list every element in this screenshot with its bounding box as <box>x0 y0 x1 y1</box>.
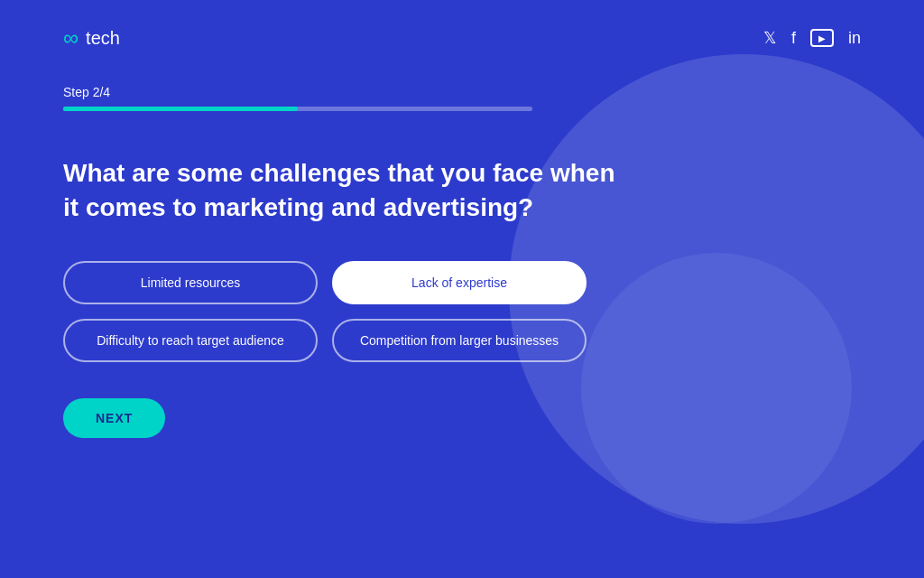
option-competition-larger-businesses[interactable]: Competition from larger businesses <box>332 319 587 362</box>
facebook-icon[interactable]: f <box>791 29 796 48</box>
step-label: Step 2/4 <box>63 85 861 99</box>
twitter-icon[interactable]: 𝕏 <box>763 28 777 48</box>
progress-bar <box>63 107 532 111</box>
logo-icon: ∞ <box>63 27 79 49</box>
question-text: What are some challenges that you face w… <box>63 156 623 225</box>
logo-text: tech <box>86 28 120 49</box>
progress-bar-fill <box>63 107 298 111</box>
linkedin-icon[interactable]: in <box>848 29 861 48</box>
logo: ∞ tech <box>63 27 120 49</box>
social-icons: 𝕏 f ▶ in <box>763 28 861 48</box>
question-section: What are some challenges that you face w… <box>63 156 861 225</box>
option-limited-resources[interactable]: Limited resources <box>63 261 318 304</box>
option-lack-of-expertise[interactable]: Lack of expertise <box>332 261 587 304</box>
options-grid: Limited resources Lack of expertise Diff… <box>63 261 587 362</box>
main-content: ∞ tech 𝕏 f ▶ in Step 2/4 What are some c… <box>0 0 924 578</box>
header: ∞ tech 𝕏 f ▶ in <box>63 27 861 49</box>
option-reach-target-audience[interactable]: Difficulty to reach target audience <box>63 319 318 362</box>
youtube-icon[interactable]: ▶ <box>810 29 834 47</box>
next-button[interactable]: NEXT <box>63 398 165 438</box>
step-info: Step 2/4 <box>63 85 861 111</box>
